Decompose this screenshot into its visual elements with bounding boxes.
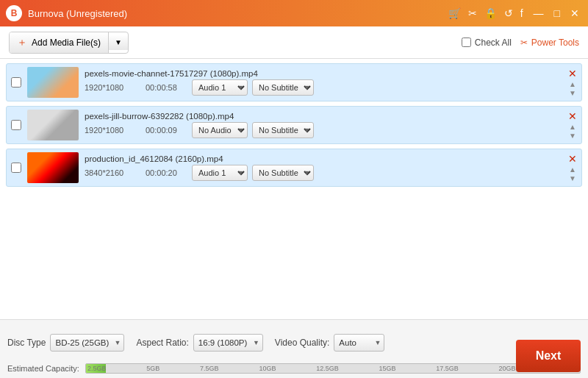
file-actions-1: ✕ ▲ ▼ <box>568 68 577 97</box>
file-up-1[interactable]: ▲ <box>569 80 576 88</box>
file-down-1[interactable]: ▼ <box>569 89 576 97</box>
add-media-dropdown-arrow[interactable]: ▼ <box>109 35 128 50</box>
tick-7: 20GB <box>499 365 516 372</box>
file-checkbox-1[interactable] <box>11 77 21 88</box>
check-all-wrap: Check All <box>462 38 512 48</box>
table-row: pexels-movie-channet-17517297 (1080p).mp… <box>6 63 582 101</box>
file-up-2[interactable]: ▲ <box>569 123 576 131</box>
file-arrows-2: ▲ ▼ <box>569 123 576 140</box>
file-selects-1: Audio 1 No Audio ▼ No Subtitle ▼ <box>192 79 314 96</box>
file-meta-3: 3840*2160 00:00:20 Audio 1 No Audio ▼ <box>85 165 562 181</box>
file-delete-2[interactable]: ✕ <box>568 111 577 121</box>
file-thumbnail-2 <box>27 110 79 140</box>
subtitle-select-1[interactable]: No Subtitle <box>252 79 314 96</box>
lock-icon[interactable]: 🔒 <box>484 7 497 19</box>
tick-0: 2.5GB <box>87 365 107 372</box>
table-row: pexels-jill-burrow-6392282 (1080p).mp4 1… <box>6 106 582 144</box>
file-arrows-1: ▲ ▼ <box>569 80 576 97</box>
file-thumbnail-3 <box>27 152 79 183</box>
file-selects-3: Audio 1 No Audio ▼ No Subtitle ▼ <box>192 165 314 181</box>
file-arrows-3: ▲ ▼ <box>569 165 576 182</box>
app-title: Burnova (Unregistered) <box>28 8 448 19</box>
file-resolution-1: 1920*1080 <box>85 83 140 92</box>
file-meta-1: 1920*1080 00:00:58 Audio 1 No Audio ▼ <box>85 79 562 96</box>
title-icons: 🛒 ✂ 🔒 ↺ f <box>448 7 523 19</box>
tick-5: 15GB <box>379 365 396 372</box>
disc-type-select[interactable]: BD-25 (25GB) BD-50 (50GB) <box>50 334 124 352</box>
file-selects-2: No Audio Audio 1 ▼ No Subtitle ▼ <box>192 122 314 138</box>
check-all-label: Check All <box>475 38 512 48</box>
window-controls: — □ ✕ <box>531 7 582 19</box>
toolbar-right: Check All ✂ Power Tools <box>462 38 579 48</box>
audio-select-3[interactable]: Audio 1 No Audio <box>192 165 248 181</box>
power-tools-icon: ✂ <box>520 38 528 48</box>
tick-1: 5GB <box>146 365 159 372</box>
tick-2: 7.5GB <box>200 365 219 372</box>
file-down-2[interactable]: ▼ <box>569 132 576 140</box>
cart-icon[interactable]: 🛒 <box>448 7 461 19</box>
video-quality-field: Video Quality: Auto High Medium ▼ <box>275 334 385 352</box>
maximize-button[interactable]: □ <box>551 7 563 19</box>
file-checkbox-2[interactable] <box>11 120 21 130</box>
subtitle-select-2[interactable]: No Subtitle <box>252 122 314 138</box>
add-media-button[interactable]: ＋ Add Media File(s) ▼ <box>9 32 129 54</box>
tick-6: 17.5GB <box>436 365 459 372</box>
add-media-label: Add Media File(s) <box>32 38 101 48</box>
capacity-ticks: 2.5GB 5GB 7.5GB 10GB 12.5GB 15GB 17.5GB … <box>86 364 580 373</box>
tick-3: 10GB <box>259 365 276 372</box>
capacity-row: Estimated Capacity: 2.5GB 5GB 7.5GB 10GB… <box>7 363 581 374</box>
file-delete-3[interactable]: ✕ <box>568 154 577 164</box>
add-icon: ＋ <box>17 36 27 49</box>
file-name-1: pexels-movie-channet-17517297 (1080p).mp… <box>85 69 562 78</box>
refresh-icon[interactable]: ↺ <box>504 7 513 19</box>
check-all-checkbox[interactable] <box>462 38 471 47</box>
file-duration-1: 00:00:58 <box>146 83 186 92</box>
video-quality-select[interactable]: Auto High Medium <box>334 334 384 352</box>
power-tools-button[interactable]: ✂ Power Tools <box>520 38 579 48</box>
file-delete-1[interactable]: ✕ <box>568 68 577 79</box>
facebook-icon[interactable]: f <box>520 7 523 19</box>
scissors-icon[interactable]: ✂ <box>468 7 477 19</box>
disc-type-field: Disc Type BD-25 (25GB) BD-50 (50GB) ▼ <box>7 334 124 352</box>
titlebar: B Burnova (Unregistered) 🛒 ✂ 🔒 ↺ f — □ ✕ <box>0 0 588 26</box>
file-up-3[interactable]: ▲ <box>569 165 576 174</box>
bottom-controls: Disc Type BD-25 (25GB) BD-50 (50GB) ▼ As… <box>7 324 581 360</box>
tick-4: 12.5GB <box>316 365 339 372</box>
minimize-button[interactable]: — <box>531 7 547 19</box>
subtitle-select-3[interactable]: No Subtitle <box>252 165 314 181</box>
file-actions-2: ✕ ▲ ▼ <box>568 111 577 140</box>
aspect-ratio-label: Aspect Ratio: <box>136 338 188 348</box>
close-button[interactable]: ✕ <box>567 7 582 19</box>
next-button[interactable]: Next <box>516 340 581 372</box>
file-list: pexels-movie-channet-17517297 (1080p).mp… <box>0 59 588 319</box>
main-area: pexels-movie-channet-17517297 (1080p).mp… <box>0 59 588 319</box>
capacity-bar: 2.5GB 5GB 7.5GB 10GB 12.5GB 15GB 17.5GB … <box>85 363 581 374</box>
file-info-3: production_id_4612084 (2160p).mp4 3840*2… <box>85 154 562 181</box>
table-row: production_id_4612084 (2160p).mp4 3840*2… <box>6 149 582 187</box>
file-checkbox-3[interactable] <box>11 163 21 173</box>
aspect-ratio-field: Aspect Ratio: 16:9 (1080P) 4:3 ▼ <box>136 334 262 352</box>
file-name-3: production_id_4612084 (2160p).mp4 <box>85 154 562 163</box>
file-resolution-2: 1920*1080 <box>85 126 140 135</box>
aspect-ratio-select[interactable]: 16:9 (1080P) 4:3 <box>193 334 263 352</box>
disc-type-label: Disc Type <box>7 338 46 348</box>
file-resolution-3: 3840*2160 <box>85 168 140 177</box>
file-thumbnail-1 <box>27 67 79 98</box>
video-quality-label: Video Quality: <box>275 338 330 348</box>
power-tools-label: Power Tools <box>531 38 579 48</box>
file-name-2: pexels-jill-burrow-6392282 (1080p).mp4 <box>85 112 562 121</box>
app-logo: B <box>6 5 22 21</box>
file-info-1: pexels-movie-channet-17517297 (1080p).mp… <box>85 69 562 96</box>
bottom-bar: Disc Type BD-25 (25GB) BD-50 (50GB) ▼ As… <box>0 319 588 378</box>
file-meta-2: 1920*1080 00:00:09 No Audio Audio 1 ▼ <box>85 122 562 138</box>
file-duration-3: 00:00:20 <box>146 168 186 177</box>
capacity-label: Estimated Capacity: <box>7 364 81 373</box>
file-actions-3: ✕ ▲ ▼ <box>568 154 577 182</box>
audio-select-1[interactable]: Audio 1 No Audio <box>192 79 248 96</box>
toolbar: ＋ Add Media File(s) ▼ Check All ✂ Power … <box>0 26 588 59</box>
file-info-2: pexels-jill-burrow-6392282 (1080p).mp4 1… <box>85 112 562 138</box>
audio-select-2[interactable]: No Audio Audio 1 <box>192 122 248 138</box>
file-down-3[interactable]: ▼ <box>569 174 576 182</box>
file-duration-2: 00:00:09 <box>146 126 186 135</box>
add-media-main[interactable]: ＋ Add Media File(s) <box>10 32 109 53</box>
